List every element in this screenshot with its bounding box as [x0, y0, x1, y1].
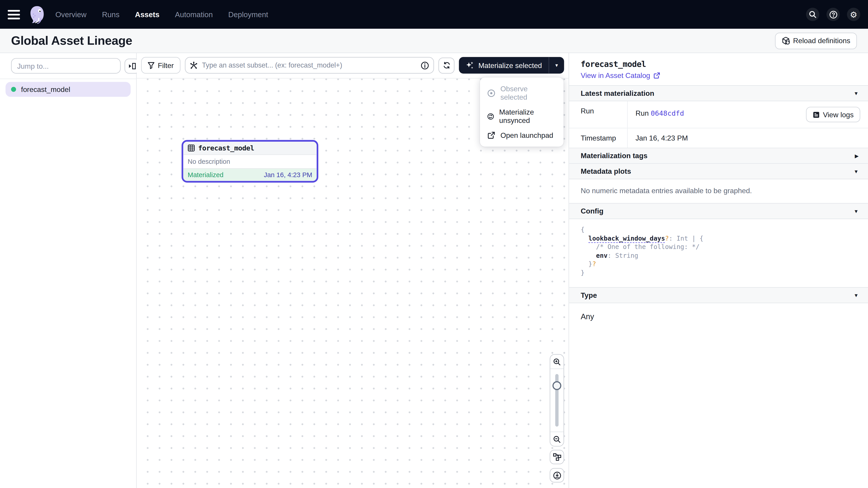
section-title: Metadata plots	[581, 167, 631, 175]
sidebar-item-forecast-model[interactable]: forecast_model	[5, 82, 130, 97]
download-graph-button[interactable]	[550, 468, 564, 483]
caret-down-icon: ▼	[555, 63, 559, 68]
jump-to-input[interactable]	[11, 58, 121, 74]
menu-item-materialize-unsynced[interactable]: Materialize unsynced	[480, 105, 563, 128]
asset-details-panel: forecast_model View in Asset Catalog Lat…	[568, 53, 868, 488]
sidebar-item-label: forecast_model	[21, 85, 70, 94]
section-config[interactable]: Config ▼	[569, 203, 868, 219]
refresh-button[interactable]	[438, 57, 455, 73]
filter-label: Filter	[158, 61, 174, 70]
search-icon	[809, 11, 816, 18]
zoom-out-button[interactable]	[550, 431, 563, 446]
view-logs-button[interactable]: View logs	[806, 107, 860, 123]
config-key: lookback_window_days	[588, 234, 665, 242]
view-logs-label: View logs	[823, 110, 854, 119]
reload-definitions-button[interactable]: Reload definitions	[775, 32, 857, 49]
section-materialization-tags[interactable]: Materialization tags ▶	[569, 148, 868, 164]
section-title: Type	[581, 291, 597, 299]
section-title: Latest materialization	[581, 89, 654, 97]
latest-materialization-table: Run Run 0648cdfd View lo	[569, 101, 868, 148]
zoom-in-button[interactable]	[550, 355, 563, 369]
details-asset-title: forecast_model	[581, 60, 857, 68]
sync-icon	[487, 112, 494, 121]
config-code-block: { lookback_window_days?: Int | { /* One …	[569, 219, 868, 287]
run-row: Run Run 0648cdfd View lo	[569, 101, 868, 128]
top-nav: Overview Runs Assets Automation Deployme…	[0, 0, 868, 29]
caret-down-icon: ▼	[854, 292, 859, 298]
hamburger-menu-icon[interactable]	[8, 7, 22, 22]
materialize-selected-label: Materialize selected	[478, 61, 542, 70]
run-text: Run	[636, 109, 649, 117]
run-label: Run	[569, 101, 628, 128]
lineage-toolbar: Filter	[137, 53, 568, 77]
materialize-dropdown-toggle[interactable]: ▼	[549, 57, 564, 73]
view-in-asset-catalog-link[interactable]: View in Asset Catalog	[581, 71, 660, 80]
table-asset-icon	[188, 144, 195, 152]
timestamp-value: Jan 16, 4:23 PM	[636, 134, 688, 142]
search-button[interactable]	[806, 8, 819, 21]
menu-item-label: Open launchpad	[500, 131, 553, 139]
zoom-slider	[550, 369, 563, 431]
materialize-selected-button[interactable]: Materialize selected	[459, 57, 548, 73]
title-bar: Global Asset Lineage Reload definitions	[0, 29, 868, 53]
nav-runs[interactable]: Runs	[102, 10, 119, 19]
asset-subset-input[interactable]	[185, 57, 434, 73]
reload-cube-icon	[781, 37, 790, 45]
node-title: forecast_model	[198, 144, 254, 152]
target-icon	[487, 89, 495, 97]
help-button[interactable]	[827, 8, 840, 21]
rearrange-graph-button[interactable]	[550, 450, 564, 464]
menu-item-label: Observe selected	[500, 85, 556, 101]
section-title: Materialization tags	[581, 152, 647, 160]
menu-item-label: Materialize unsynced	[499, 108, 556, 125]
sparkle-icon	[466, 61, 474, 70]
config-env-key: env	[596, 252, 608, 259]
catalog-link-label: View in Asset Catalog	[581, 71, 650, 80]
asset-node-forecast-model[interactable]: forecast_model No description Materializ…	[182, 140, 318, 183]
menu-item-open-launchpad[interactable]: Open launchpad	[480, 128, 563, 143]
materialized-status-dot-icon	[11, 87, 16, 92]
node-description: No description	[183, 155, 317, 169]
timestamp-label: Timestamp	[569, 128, 628, 148]
metadata-plots-empty-message: No numeric metadata entries available to…	[569, 179, 868, 203]
menu-item-observe-selected[interactable]: Observe selected	[480, 81, 563, 105]
reload-definitions-label: Reload definitions	[793, 37, 850, 45]
timestamp-row: Timestamp Jan 16, 4:23 PM	[569, 128, 868, 148]
primary-nav: Overview Runs Assets Automation Deployme…	[55, 10, 268, 19]
materialize-split-button: Materialize selected ▼	[459, 57, 564, 73]
filter-button[interactable]: Filter	[141, 57, 180, 73]
lineage-canvas: Filter	[137, 53, 568, 488]
nav-assets[interactable]: Assets	[135, 10, 159, 19]
nav-automation[interactable]: Automation	[175, 10, 213, 19]
zoom-controls	[550, 354, 564, 447]
section-title: Config	[581, 207, 603, 215]
download-icon	[553, 471, 561, 480]
nav-deployment[interactable]: Deployment	[228, 10, 268, 19]
filter-funnel-icon	[148, 62, 154, 69]
caret-down-icon: ▼	[854, 168, 859, 174]
collapse-panel-icon	[128, 62, 136, 70]
nav-overview[interactable]: Overview	[55, 10, 87, 19]
settings-button[interactable]: ⚙	[847, 8, 860, 21]
page-title: Global Asset Lineage	[11, 33, 132, 48]
dagster-logo-icon[interactable]	[28, 5, 46, 24]
type-value: Any	[569, 303, 868, 330]
graph-layout-icon	[553, 453, 561, 461]
config-comment: /* One of the following: */	[596, 243, 700, 251]
external-link-icon	[487, 131, 495, 139]
zoom-out-icon	[553, 435, 561, 443]
logs-icon	[812, 111, 819, 118]
caret-down-icon: ▼	[854, 208, 859, 214]
node-timestamp: Jan 16, 4:23 PM	[264, 171, 312, 179]
info-icon[interactable]	[421, 61, 429, 70]
caret-down-icon: ▼	[854, 90, 859, 96]
run-id-link[interactable]: 0648cdfd	[651, 109, 684, 117]
asset-list-sidebar: forecast_model	[0, 53, 137, 488]
section-latest-materialization[interactable]: Latest materialization ▼	[569, 85, 868, 101]
asset-subset-icon	[190, 61, 197, 69]
section-type[interactable]: Type ▼	[569, 287, 868, 303]
section-metadata-plots[interactable]: Metadata plots ▼	[569, 164, 868, 180]
zoom-slider-thumb[interactable]	[553, 381, 561, 390]
caret-right-icon: ▶	[855, 153, 859, 158]
global-asset-lineage-page: Overview Runs Assets Automation Deployme…	[0, 0, 868, 488]
